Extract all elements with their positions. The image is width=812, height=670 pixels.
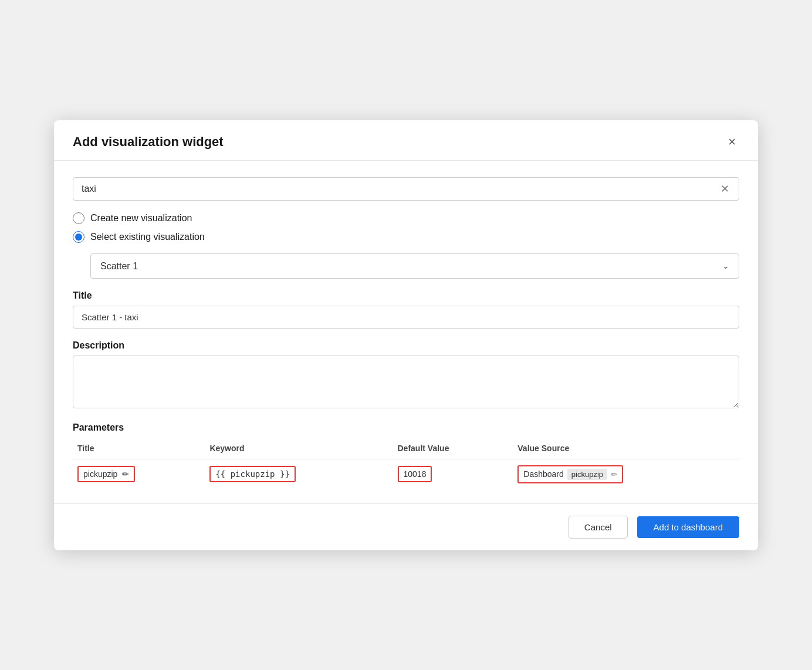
edit-title-icon[interactable]: ✏ [122, 469, 129, 479]
description-textarea[interactable] [73, 356, 739, 408]
param-title-value: pickupzip [83, 469, 117, 479]
visualization-select-wrapper: Scatter 1 Scatter 2 Bar 1 ⌄ [90, 253, 739, 279]
param-default-value: 10018 [404, 469, 427, 479]
close-button[interactable]: × [725, 134, 739, 150]
edit-source-icon[interactable]: ✏ [611, 470, 617, 479]
parameters-section: Parameters Title Keyword Default Value V… [73, 422, 739, 489]
add-to-dashboard-button[interactable]: Add to dashboard [637, 516, 739, 538]
param-title-box: pickupzip ✏ [77, 466, 135, 482]
create-new-radio-label[interactable]: Create new visualization [73, 212, 739, 224]
parameters-label: Parameters [73, 422, 739, 433]
select-existing-label: Select existing visualization [90, 232, 205, 242]
clear-search-button[interactable]: ✕ [719, 184, 730, 194]
param-keyword-box: {{ pickupzip }} [209, 466, 295, 482]
source-badge: pickupzip [567, 469, 607, 480]
col-header-source: Value Source [513, 440, 739, 459]
description-field-label: Description [73, 340, 739, 351]
param-source-box: Dashboard pickupzip ✏ [517, 465, 623, 483]
param-default-cell: 10018 [393, 459, 513, 489]
search-wrapper: ✕ [73, 177, 739, 201]
col-header-keyword: Keyword [205, 440, 393, 459]
search-row: ✕ [73, 177, 739, 201]
create-new-label: Create new visualization [90, 213, 192, 224]
param-source-cell: Dashboard pickupzip ✏ [513, 459, 739, 489]
dialog-body: ✕ Create new visualization Select existi… [54, 161, 758, 489]
dialog-title: Add visualization widget [73, 134, 224, 150]
col-header-title: Title [73, 440, 205, 459]
table-row: pickupzip ✏ {{ pickupzip }} 10018 [73, 459, 739, 489]
cancel-button[interactable]: Cancel [569, 516, 628, 539]
visualization-select-inner: Scatter 1 Scatter 2 Bar 1 ⌄ [91, 254, 739, 278]
dialog-footer: Cancel Add to dashboard [54, 503, 758, 550]
param-keyword-value: {{ pickupzip }} [215, 469, 289, 479]
add-visualization-dialog: Add visualization widget × ✕ Create new … [54, 120, 758, 550]
param-keyword-cell: {{ pickupzip }} [205, 459, 393, 489]
col-header-default: Default Value [393, 440, 513, 459]
visualization-select[interactable]: Scatter 1 Scatter 2 Bar 1 [100, 254, 722, 278]
source-text: Dashboard [523, 469, 564, 479]
create-new-radio[interactable] [73, 212, 84, 224]
select-existing-radio-label[interactable]: Select existing visualization [73, 231, 739, 243]
param-default-box: 10018 [398, 466, 432, 482]
parameters-table: Title Keyword Default Value Value Source… [73, 440, 739, 489]
select-existing-radio[interactable] [73, 231, 84, 243]
title-input[interactable] [73, 306, 739, 329]
description-field-group: Description [73, 340, 739, 411]
search-input[interactable] [82, 184, 719, 194]
chevron-down-icon: ⌄ [722, 261, 729, 270]
param-title-cell: pickupzip ✏ [73, 459, 205, 489]
radio-group: Create new visualization Select existing… [73, 212, 739, 243]
title-field-group: Title [73, 290, 739, 329]
title-field-label: Title [73, 290, 739, 301]
dialog-header: Add visualization widget × [54, 120, 758, 161]
